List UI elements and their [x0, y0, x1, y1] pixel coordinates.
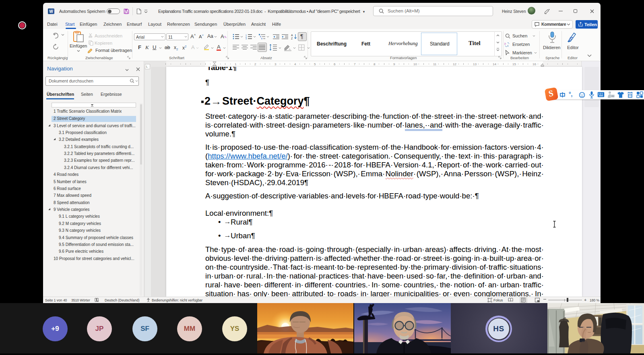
svg-text:Z: Z	[291, 37, 293, 40]
svg-text:3: 3	[246, 37, 247, 39]
svg-text:A: A	[291, 34, 293, 37]
svg-text:i: i	[538, 300, 538, 302]
svg-text:c: c	[507, 44, 509, 47]
svg-text:W: W	[49, 9, 53, 14]
svg-text:20: 20	[611, 95, 614, 97]
svg-text:b: b	[504, 42, 506, 45]
